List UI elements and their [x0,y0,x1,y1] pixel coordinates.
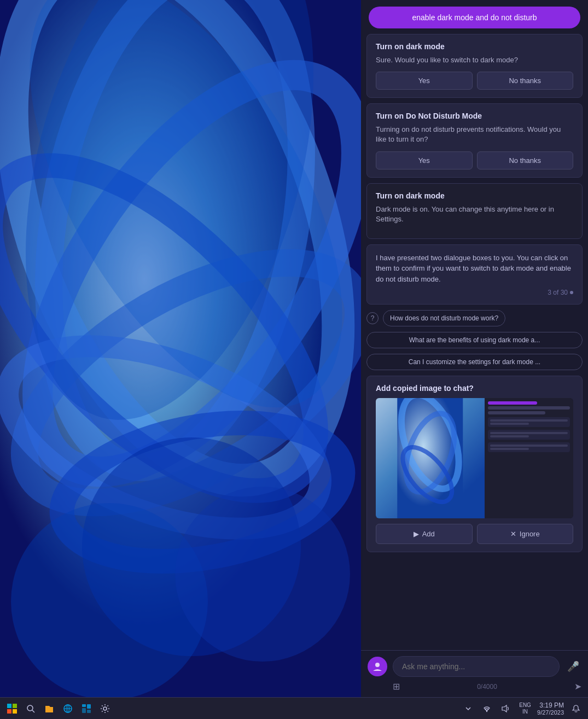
input-area: 🎤 ⊞ 0/4000 ➤ [361,650,588,697]
taskbar-settings-icon[interactable] [97,701,113,716]
ignore-label: Ignore [520,530,540,538]
add-button[interactable]: ▶ Add [376,524,473,544]
dark-mode-card-buttons: Yes No thanks [376,72,573,90]
mic-button[interactable]: 🎤 [565,658,581,675]
preview-mini-line-5 [490,445,568,447]
wallpaper [0,0,361,697]
suggestion-chip-3[interactable]: Can I customize the settings for dark mo… [366,354,583,370]
taskbar-notification-icon[interactable] [568,701,584,716]
svg-point-12 [175,487,350,662]
preview-mini-line-2 [490,423,529,425]
svg-marker-32 [502,705,507,712]
action-buttons: ▶ Add ✕ Ignore [376,524,573,544]
preview-line-1 [488,406,570,410]
message-text: I have presented two dialogue boxes to y… [376,253,573,285]
preview-line-2 [488,411,545,414]
preview-chat [485,398,573,518]
taskbar-chevron-icon[interactable] [461,701,476,716]
dnd-card-text: Turning on do not disturb prevents notif… [376,125,573,144]
taskbar-volume-icon[interactable] [498,701,513,716]
svg-rect-26 [82,704,86,707]
message-counter: 3 of 30 [548,289,568,296]
dark-mode-on-title: Turn on dark mode [376,191,573,200]
preview-mini-card-1 [488,417,570,427]
right-panel: enable dark mode and do not disturb Turn… [361,0,588,697]
avatar-icon [368,657,387,676]
svg-rect-18 [7,704,11,708]
taskbar: ENG IN 3:19 PM 9/27/2023 [0,697,588,719]
svg-line-23 [32,710,34,712]
preview-mini-line-6 [490,448,529,450]
image-preview [376,398,573,518]
svg-point-30 [103,707,107,710]
svg-rect-27 [87,704,91,709]
dark-mode-yes-button[interactable]: Yes [376,72,473,90]
char-count: 0/4000 [477,683,497,691]
preview-wallpaper [376,398,485,518]
dark-mode-on-card: Turn on dark mode Dark mode is on. You c… [366,183,583,239]
svg-point-31 [486,710,487,711]
preview-mini-line-3 [490,432,568,434]
svg-point-11 [11,503,208,697]
ignore-icon: ✕ [510,530,516,538]
input-row: 🎤 [368,656,581,677]
chat-scroll[interactable]: enable dark mode and do not disturb Turn… [361,0,588,650]
svg-point-17 [375,663,380,667]
dnd-yes-button[interactable]: Yes [376,151,473,169]
dnd-card-title: Turn on Do Not Disturb Mode [376,112,573,120]
input-footer: ⊞ 0/4000 ➤ [368,681,581,692]
taskbar-widgets-icon[interactable] [79,701,94,716]
svg-rect-29 [87,710,91,713]
send-button[interactable]: ➤ [574,681,581,692]
taskbar-files-icon[interactable] [42,701,57,716]
svg-point-22 [27,705,33,711]
message-footer: 3 of 30 [376,289,573,296]
clock[interactable]: 3:19 PM 9/27/2023 [537,702,564,716]
suggestion-row-1: ? How does do not disturb mode work? [366,310,583,326]
preview-mini-card-3 [488,442,570,452]
clock-date: 9/27/2023 [537,709,564,716]
taskbar-left [4,701,113,716]
image-card: Add copied image to chat? [366,376,583,552]
add-label: Add [422,530,435,538]
dot-indicator [570,291,573,294]
dark-mode-card: Turn on dark mode Sure. Would you like t… [366,34,583,98]
add-icon: ▶ [414,530,419,538]
dark-mode-on-text: Dark mode is on. You can change this any… [376,204,573,224]
taskbar-start-icon[interactable] [4,701,20,716]
taskbar-search-icon[interactable] [23,701,38,716]
taskbar-browser-icon[interactable] [60,701,75,716]
sys-tray [461,701,513,716]
taskbar-right: ENG IN 3:19 PM 9/27/2023 [461,701,584,716]
message-bubble: I have presented two dialogue boxes to y… [366,244,583,305]
preview-line-pink [488,401,537,405]
language-indicator[interactable]: ENG IN [517,701,533,716]
screenshot-button[interactable]: ⊞ [393,681,400,692]
chat-input[interactable] [393,656,560,677]
clock-time: 3:19 PM [537,702,564,709]
image-card-title: Add copied image to chat? [376,384,573,393]
suggestion-chip-2[interactable]: What are the benefits of using dark mode… [366,332,583,348]
language-text: ENG IN [517,702,533,715]
enable-dark-mode-button[interactable]: enable dark mode and do not disturb [369,7,580,28]
dnd-card-buttons: Yes No thanks [376,151,573,169]
dnd-no-button[interactable]: No thanks [477,151,574,169]
svg-rect-21 [13,709,17,714]
suggestion-chip-1[interactable]: How does do not disturb mode work? [383,310,505,326]
ignore-button[interactable]: ✕ Ignore [477,524,574,544]
svg-rect-28 [82,708,86,713]
dark-mode-card-title: Turn on dark mode [376,42,573,51]
preview-mini-line-4 [490,435,529,437]
dnd-card: Turn on Do Not Disturb Mode Turning on d… [366,103,583,177]
svg-rect-20 [7,709,11,714]
preview-mini-card-2 [488,430,570,440]
dark-mode-no-button[interactable]: No thanks [477,72,574,90]
dark-mode-card-text: Sure. Would you like to switch to dark m… [376,55,573,65]
help-icon: ? [366,312,379,324]
taskbar-network-icon[interactable] [479,701,494,716]
preview-mini-line-1 [490,419,568,422]
svg-rect-19 [13,704,17,708]
